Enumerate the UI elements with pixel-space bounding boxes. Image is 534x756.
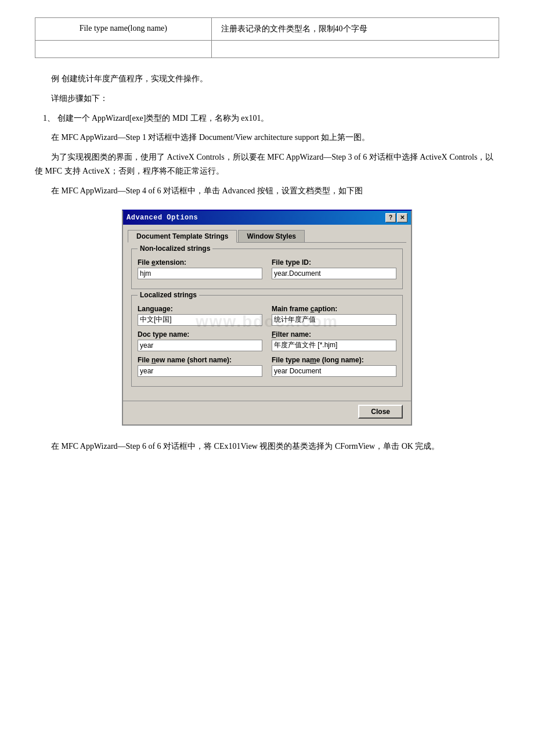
dialog-title: Advanced Options xyxy=(127,214,198,222)
file-type-long-input[interactable] xyxy=(272,365,396,377)
file-type-long-label: File type name (long name): xyxy=(272,356,396,364)
nonlocalized-section: Non-localized strings File extension: Fi… xyxy=(131,249,403,289)
step4-intro: 在 MFC AppWizard—Step 4 of 6 对话框中，单击 Adva… xyxy=(35,184,499,198)
table-col2-desc: 注册表记录的文件类型名，限制40个字母 xyxy=(211,18,499,41)
doc-type-field: Doc type name: xyxy=(138,330,262,351)
close-button[interactable]: Close xyxy=(358,405,403,419)
doc-type-label: Doc type name: xyxy=(138,330,262,339)
caption-underline: c xyxy=(311,305,315,313)
dialog-wrapper: Advanced Options ? ✕ Document Template S… xyxy=(35,210,499,426)
step1: 1、 创建一个 AppWizard[exe]类型的 MDI 工程，名称为 ex1… xyxy=(43,111,499,125)
table-col1-label: File type name(long name) xyxy=(35,18,212,41)
tab-document-template[interactable]: Document Template Strings xyxy=(128,230,237,243)
dialog-overlay: www.bdocx.com Non-localized strings File… xyxy=(123,243,411,401)
dialog-footer: Close xyxy=(123,401,411,424)
dialog-tabs: Document Template Strings Window Styles xyxy=(128,229,406,243)
filenames-row: File new name (short name): File type na… xyxy=(138,356,396,377)
detail-steps: 详细步骤如下： xyxy=(35,92,499,106)
language-input[interactable] xyxy=(138,314,262,326)
localized-label: Localized strings xyxy=(138,291,199,299)
titlebar-buttons: ? ✕ xyxy=(385,213,407,222)
file-type-long-field: File type name (long name): xyxy=(272,356,396,377)
help-button[interactable]: ? xyxy=(385,213,396,222)
advanced-options-dialog: Advanced Options ? ✕ Document Template S… xyxy=(122,210,412,426)
localized-section: Localized strings Language: Main frame c… xyxy=(131,295,403,387)
step3: 为了实现视图类的界面，使用了 ActiveX Controls，所以要在 MFC… xyxy=(35,150,499,178)
table-empty-col1 xyxy=(35,41,212,58)
file-new-short-field: File new name (short name): xyxy=(138,356,262,377)
main-frame-input[interactable] xyxy=(272,314,396,326)
nonlocalized-fields-row: File extension: File type ID: xyxy=(138,258,396,279)
file-type-id-input[interactable] xyxy=(272,268,396,279)
doctype-filter-row: Doc type name: Filter name: xyxy=(138,330,396,351)
file-type-id-label: File type ID: xyxy=(272,258,396,267)
main-frame-label: Main frame caption: xyxy=(272,305,396,313)
filter-input[interactable] xyxy=(272,340,396,351)
doc-type-input[interactable] xyxy=(138,340,262,351)
main-frame-field: Main frame caption: xyxy=(272,305,396,326)
file-extension-field: File extension: xyxy=(138,258,262,279)
step5: 在 MFC AppWizard—Step 6 of 6 对话框中，将 CEx10… xyxy=(35,440,499,453)
example-intro: 例 创建统计年度产值程序，实现文件操作。 xyxy=(35,72,499,86)
step2: 在 MFC AppWizard—Step 1 对话框中选择 Document/V… xyxy=(35,131,499,145)
close-title-button[interactable]: ✕ xyxy=(397,213,407,222)
language-frame-row: Language: Main frame caption: xyxy=(138,305,396,326)
dialog-body: Non-localized strings File extension: Fi… xyxy=(123,243,411,401)
tab-window-styles[interactable]: Window Styles xyxy=(238,230,305,243)
table-empty-col2 xyxy=(211,41,499,58)
dialog-titlebar: Advanced Options ? ✕ xyxy=(123,211,411,225)
filter-label: Filter name: xyxy=(272,330,396,339)
file-type-table: File type name(long name) 注册表记录的文件类型名，限制… xyxy=(35,17,499,58)
language-field: Language: xyxy=(138,305,262,326)
file-new-short-label: File new name (short name): xyxy=(138,356,262,364)
new-underline: n xyxy=(151,356,156,364)
filter-underline: F xyxy=(272,330,276,339)
file-extension-input[interactable] xyxy=(138,268,262,279)
filter-field: Filter name: xyxy=(272,330,396,351)
long-underline: m xyxy=(310,356,316,364)
file-extension-label: File extension: xyxy=(138,258,262,267)
file-new-short-input[interactable] xyxy=(138,365,262,377)
file-extension-underline: e xyxy=(151,258,156,267)
language-label: Language: xyxy=(138,305,262,313)
nonlocalized-label: Non-localized strings xyxy=(138,244,212,253)
file-type-id-field: File type ID: xyxy=(272,258,396,279)
